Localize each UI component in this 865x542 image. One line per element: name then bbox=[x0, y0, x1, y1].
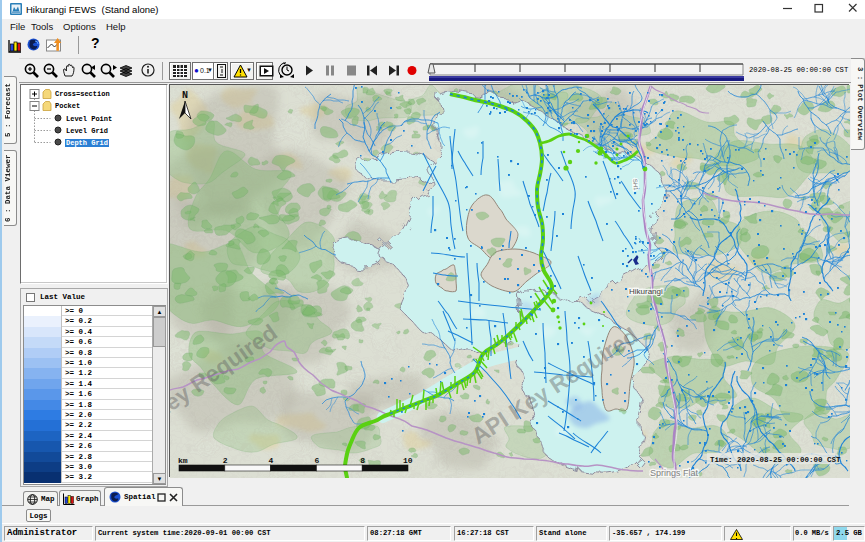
svg-text:8: 8 bbox=[360, 456, 365, 465]
svg-text:Time: 2020-08-25 00:00:00 CST: Time: 2020-08-25 00:00:00 CST bbox=[710, 456, 841, 464]
svg-text:2: 2 bbox=[223, 456, 228, 465]
svg-text:Springs Flat: Springs Flat bbox=[650, 468, 699, 478]
svg-text:km: km bbox=[178, 456, 188, 465]
svg-text:10: 10 bbox=[403, 456, 413, 465]
svg-text:Hikurangi: Hikurangi bbox=[629, 287, 663, 296]
svg-text:6: 6 bbox=[314, 456, 319, 465]
svg-text:SH1: SH1 bbox=[632, 179, 639, 192]
svg-text:4: 4 bbox=[269, 456, 274, 465]
svg-text:N: N bbox=[182, 90, 188, 101]
